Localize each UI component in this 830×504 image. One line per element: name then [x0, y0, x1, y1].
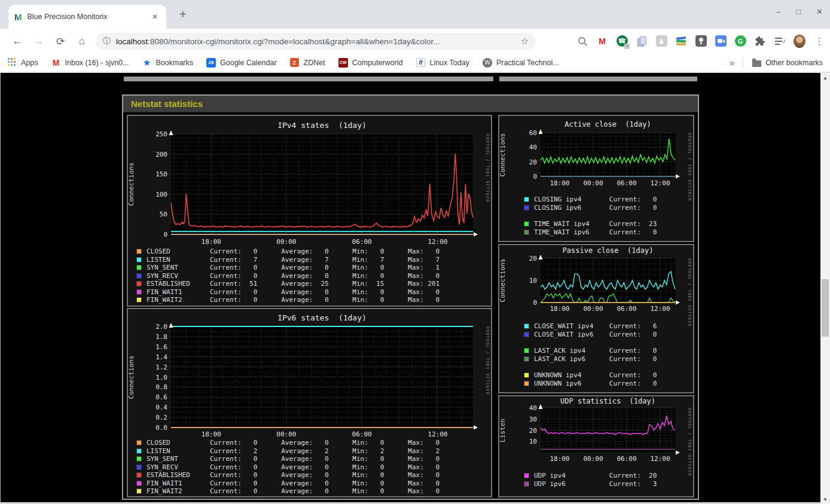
gmail-icon[interactable]: M — [596, 35, 608, 47]
browser-menu-icon[interactable]: ⋮ — [813, 35, 825, 47]
search-icon[interactable] — [576, 35, 588, 47]
address-bar[interactable]: ⓘ localhost:8080/monitorix-cgi/monitorix… — [96, 33, 536, 50]
legend-row: CLOSED Current: 0 Average: 0 Min: 0 Max:… — [136, 248, 440, 256]
bookmarks-overflow-chevron[interactable]: » — [730, 58, 734, 68]
person-icon[interactable]: ♟ — [655, 35, 667, 47]
books-icon[interactable] — [675, 35, 687, 47]
bookmark-apps[interactable]: Apps — [7, 58, 38, 68]
y-tick-label: 100 — [141, 191, 167, 198]
tab-title: Blue Precision Monitorix — [28, 13, 149, 21]
y-tick-label: 60 — [511, 129, 537, 137]
voice-icon[interactable]: ☎? — [616, 35, 628, 47]
bookmark-zdnet[interactable]: ZZDNet — [290, 58, 325, 68]
y-tick-label: 1.4 — [141, 353, 167, 361]
legend-row: SYN_RECV Current: 0 Average: 0 Min: 0 Ma… — [136, 463, 440, 472]
maximize-button[interactable]: □ — [796, 7, 801, 16]
y-tick-label: 0.6 — [141, 393, 167, 401]
y-tick-label: 250 — [141, 130, 167, 138]
legend-text: UNKNOWN ipv6 Current: 0 — [534, 380, 657, 387]
legend-swatch — [524, 197, 529, 202]
browser-window: M Blue Precision Monitorix ✕ + – □ ✕ ← →… — [0, 0, 830, 504]
legend-text: FIN_WAIT2 Current: 0 Average: 0 Min: 0 M… — [147, 296, 440, 304]
tab-close-icon[interactable]: ✕ — [149, 11, 160, 22]
legend-text: UDP ipv4 Current: 20 — [534, 472, 657, 479]
x-tick-label: 12:00 — [650, 179, 670, 187]
chart-panel-passive-close[interactable]: Passive close (1day)ConnectionsRRDTOOL /… — [498, 244, 694, 393]
bookmarks-divider — [743, 57, 743, 68]
page-scrollbar[interactable]: ▲ ▼ — [820, 73, 830, 504]
playlist-icon[interactable]: ♪ — [774, 35, 786, 47]
chart-legend: CLOSED Current: 0 Average: 0 Min: 0 Max:… — [136, 248, 440, 304]
x-tick-label: 06:00 — [352, 430, 372, 438]
chart-panel-ipv4-states[interactable]: IPv4 states (1day)ConnectionsRRDTOOL / T… — [127, 115, 492, 307]
legend-row: CLOSING ipv4 Current: 0 — [524, 196, 657, 203]
extensions-row: M ☎? ♟ G ♪ ⋮ — [576, 29, 825, 53]
legend-text: ESTABLISHED Current: 0 Average: 0 Min: 0… — [147, 471, 440, 479]
legend-row: CLOSE_WAIT ipv4 Current: 6 — [524, 322, 657, 330]
reload-button[interactable]: ⟳ — [53, 33, 68, 49]
question-badge: ? — [624, 44, 630, 49]
bookmark-computerworld[interactable]: CWComputerworld — [338, 58, 403, 68]
url-host: localhost — [116, 37, 148, 46]
bookmark-google-calendar[interactable]: 28Google Calendar — [206, 58, 277, 68]
forward-button[interactable]: → — [31, 33, 47, 49]
chart-panel-active-close[interactable]: Active close (1day)ConnectionsRRDTOOL / … — [498, 115, 694, 242]
legend-swatch — [136, 472, 142, 478]
bookmark-linux-today[interactable]: ltLinux Today — [416, 58, 469, 68]
legend-text: LISTEN Current: 2 Average: 2 Min: 2 Max:… — [147, 447, 440, 455]
legend-row: SYN_RECV Current: 0 Average: 0 Min: 0 Ma… — [136, 272, 440, 280]
new-tab-button[interactable]: + — [179, 8, 187, 22]
legend-swatch — [136, 249, 142, 254]
chart-panel-udp-statistics[interactable]: UDP statistics (1day)ListenRRDTOOL / TOB… — [498, 395, 694, 497]
other-bookmarks[interactable]: Other bookmarks — [752, 58, 823, 68]
legend-swatch — [136, 440, 142, 445]
y-tick-label: 1.8 — [141, 333, 167, 341]
grammarly-icon[interactable]: G — [734, 35, 746, 47]
y-tick-label: 0.0 — [141, 424, 167, 432]
camera-icon[interactable] — [715, 35, 727, 47]
chart-panel-ipv6-states[interactable]: IPv6 states (1day)ConnectionsRRDTOOL / T… — [127, 308, 492, 497]
monitorix-favicon: M — [14, 13, 22, 22]
legend-text: CLOSING ipv6 Current: 0 — [534, 204, 657, 212]
page-info-icon[interactable]: ⓘ — [103, 36, 111, 47]
bookmark-bookmarks[interactable]: ★Bookmarks — [142, 58, 194, 68]
home-button[interactable]: ⌂ — [74, 33, 90, 49]
folder-icon — [752, 60, 761, 67]
x-tick-label: 00:00 — [583, 305, 603, 313]
x-tick-label: 18:00 — [550, 305, 569, 313]
linuxtoday-icon: lt — [416, 58, 425, 67]
legend-row: TIME_WAIT ipv4 Current: 23 — [524, 220, 657, 228]
url-path: :8080/monitorix-cgi/monitorix.cgi?mode=l… — [148, 37, 440, 46]
y-tick-label: 2.0 — [141, 323, 167, 331]
close-button[interactable]: ✕ — [816, 7, 823, 16]
y-tick-label: 20 — [511, 427, 537, 435]
chart-legend: CLOSED Current: 0 Average: 0 Min: 0 Max:… — [136, 439, 440, 496]
x-tick-label: 12:00 — [428, 238, 447, 246]
x-tick-label: 06:00 — [617, 455, 636, 463]
extensions-puzzle-icon[interactable] — [754, 35, 766, 47]
legend-row: CLOSING ipv6 Current: 0 — [524, 204, 657, 212]
back-button[interactable]: ← — [10, 33, 25, 49]
x-tick-label: 06:00 — [352, 238, 372, 246]
scrollbar-down-arrow[interactable]: ▼ — [820, 494, 830, 504]
legend-text: FIN_WAIT1 Current: 0 Average: 0 Min: 0 M… — [147, 288, 440, 296]
legend-row: FIN_WAIT2 Current: 0 Average: 0 Min: 0 M… — [136, 296, 440, 304]
bookmark-star-icon[interactable]: ☆ — [521, 36, 529, 47]
legend-swatch — [136, 297, 142, 303]
browser-tab[interactable]: M Blue Precision Monitorix ✕ — [8, 5, 166, 29]
minimize-button[interactable]: – — [776, 7, 780, 16]
legend-row: ESTABLISHED Current: 0 Average: 0 Min: 0… — [136, 471, 440, 479]
legend-row: CLOSE_WAIT ipv6 Current: 0 — [524, 331, 657, 338]
x-tick-label: 12:00 — [650, 305, 670, 313]
legend-text: CLOSE_WAIT ipv6 Current: 0 — [534, 331, 657, 338]
wordpress-icon: W — [483, 58, 492, 68]
bookmark-inbox[interactable]: MInbox (16) - sjvn0... — [51, 58, 129, 68]
scrollbar-thumb[interactable] — [822, 279, 829, 337]
lamp-icon[interactable] — [695, 35, 707, 47]
x-tick-label: 12:00 — [650, 455, 670, 463]
avatar[interactable] — [794, 35, 805, 47]
bookmark-practical-technology[interactable]: WPractical Technol... — [483, 58, 559, 68]
scrollbar-up-arrow[interactable]: ▲ — [820, 73, 830, 83]
copy-icon[interactable] — [636, 35, 648, 47]
legend-text: FIN_WAIT1 Current: 0 Average: 0 Min: 0 M… — [147, 479, 440, 487]
